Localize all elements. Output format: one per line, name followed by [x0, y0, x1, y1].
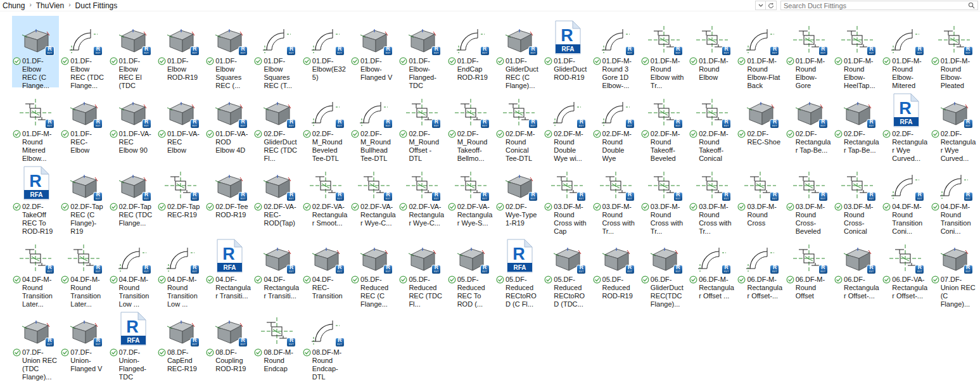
- file-tile[interactable]: RRVT 05.DF-Reduced REC To ROD (...: [447, 234, 494, 306]
- file-thumbnail: RRVT: [160, 308, 201, 346]
- file-tile[interactable]: RRVT 04.DF-M-Round Transition Coni...: [882, 162, 929, 233]
- file-tile[interactable]: RRVT 08.DF-CapEnd REC-R19: [157, 307, 204, 379]
- refresh-button[interactable]: [766, 1, 777, 10]
- file-tile[interactable]: RRVT 02.DF-M_Round Takeoff-Bellmo...: [447, 89, 494, 160]
- file-tile[interactable]: RRVT 04.DF-Rectangular Transiti...: [253, 234, 300, 306]
- file-tile[interactable]: RRVT 08.DF-M-Round Endcap: [253, 307, 300, 379]
- file-tile[interactable]: RRVT 02.DF-Rectangular Tap-Be...: [786, 89, 832, 160]
- file-tile[interactable]: RRVT 01.DF-M-Round Elbow-Mitered: [882, 16, 929, 87]
- file-tile[interactable]: R RFA 02.DF-TakeOff REC To ROD-R19: [12, 162, 59, 233]
- file-tile[interactable]: RRVT 01.DF-Elbow Squares REC (T...: [253, 16, 300, 87]
- breadcrumb-item[interactable]: Duct Fittings: [75, 1, 118, 10]
- file-tile[interactable]: RRVT 01.DF-REC-Elbow: [60, 89, 107, 160]
- file-tile[interactable]: RRVT 01.DF-GliderDuct REC (C Flange)...: [495, 16, 542, 87]
- file-tile[interactable]: RRVT 07.DF-Union-Flanged V: [60, 307, 107, 379]
- search-icon[interactable]: [968, 2, 975, 9]
- file-tile[interactable]: RRVT 02.DF-GliderDuct REC (TDC Fl...: [253, 89, 300, 160]
- file-tile[interactable]: RRVT 05.DF-Reduced REC (TDC Fl...: [398, 234, 445, 306]
- address-dropdown-button[interactable]: [755, 1, 766, 10]
- file-tile[interactable]: RRVT 01.DF-VA-ROD Elbow 4D: [205, 89, 252, 160]
- file-tile[interactable]: RRVT 01.DF-M-Round Elbow with Tr...: [640, 16, 687, 87]
- file-tile[interactable]: RRVT 03.DF-M-Round Cross with Tr...: [689, 162, 735, 233]
- file-tile[interactable]: RRVT 06.DF-GliderDuctREC(TDC Flange)...: [640, 234, 687, 306]
- file-tile[interactable]: RRVT 01.DF-Elbow REC El (TDC Flange...: [109, 16, 156, 87]
- file-tile[interactable]: RRVT 01.DF-Elbow-Flanged V: [350, 16, 397, 87]
- file-tile[interactable]: RRVT 06.DF-M-Round Offset: [786, 234, 832, 306]
- file-tile[interactable]: RRVT 08.DF-M-Round Endcap-DTL: [302, 307, 349, 379]
- file-tile[interactable]: RRVT 02.DF-M_Round Bullhead Tee-DTL: [350, 89, 397, 160]
- file-tile[interactable]: RRVT 02.DF-M_Round Offset - DTL: [398, 89, 445, 160]
- file-tile[interactable]: RRVT 03.DF-M-Round Cross: [737, 162, 784, 233]
- file-tile[interactable]: R RFA 05.DF-Reduced RECtoROD (C Fl...: [495, 234, 542, 306]
- breadcrumb-item[interactable]: ThuVien: [36, 1, 64, 10]
- file-name: 04.DF-Rectangular Transiti...: [215, 276, 251, 300]
- file-tile[interactable]: RRVT 01.DF-M-Round Elbow-Pleated: [931, 16, 977, 87]
- file-tile[interactable]: RRVT 02.DF-VA-Rectangular Wye-S...: [447, 162, 494, 233]
- file-tile[interactable]: RRVT 02.DF-REC-Shoe: [737, 89, 784, 160]
- breadcrumb-chevron-icon[interactable]: ›: [68, 1, 70, 8]
- file-tile[interactable]: RRVT 04.DF-M-Round Transition Coni...: [931, 162, 977, 233]
- file-tile[interactable]: RRVT 01.DF-Elbow-Flanged-TDC: [398, 16, 445, 87]
- file-tile[interactable]: RRVT 02.DF-M-Round Double Wye wi...: [544, 89, 590, 160]
- file-name: 06.DF-GliderDuctREC(TDC Flange)...: [651, 276, 686, 308]
- file-tile[interactable]: RRVT 02.DF-Wye-Type 1-R19: [495, 162, 542, 233]
- file-tile[interactable]: RRVT 02.DF-VA-Rectangular Wye-C...: [398, 162, 445, 233]
- file-tile[interactable]: RRVT 01.DF-VA-REC Elbow: [157, 89, 204, 160]
- file-tile[interactable]: RRVT 01.DF-EndCap ROD-R19: [447, 16, 494, 87]
- file-tile[interactable]: R RFA 07.DF-Union-Flanged-TDC: [109, 307, 156, 379]
- file-tile[interactable]: RRVT 02.DF-VA-Rectangular Wye-C...: [350, 162, 397, 233]
- search-box[interactable]: [780, 1, 978, 10]
- file-tile[interactable]: RRVT 03.DF-M-Round Cross with Tr...: [592, 162, 639, 233]
- file-tile[interactable]: RRVT 02.DF-VA-Rectangular Smoot...: [302, 162, 349, 233]
- file-tile[interactable]: RRVT 01.DF-Elbow(E325): [302, 16, 349, 87]
- file-tile[interactable]: RRVT 06.DF-M-Rectangular Offset-...: [737, 234, 784, 306]
- file-tile[interactable]: RRVT 01.DF-M-Round Elbow: [689, 16, 735, 87]
- file-tile[interactable]: RRVT 01.DF-M-Round Elbow-Gore: [786, 16, 832, 87]
- file-tile[interactable]: RRVT 01.DF-Elbow Squares REC (...: [205, 16, 252, 87]
- file-tile[interactable]: RRVT 04.DF-M-Round Transition Low ...: [109, 234, 156, 306]
- file-tile[interactable]: RRVT 07.DF-Union REC (TDC Flange)...: [12, 307, 59, 379]
- file-tile[interactable]: R RFA 04.DF-Rectangular Transiti...: [205, 234, 252, 306]
- file-tile[interactable]: RRVT 02.DF-M-Round Conical Tee-DTL: [495, 89, 542, 160]
- file-tile[interactable]: RRVT 02.DF-Tap REC (C Flange)-R19: [60, 162, 107, 233]
- file-tile[interactable]: RRVT 06.DF-VA-Rectangular Offset-...: [882, 234, 929, 306]
- file-tile[interactable]: RRVT 01.DF-M-Round Elbow-HeelTap...: [834, 16, 881, 87]
- file-tile[interactable]: R RFA 01.DF-GliderDuct ROD-R19: [544, 16, 590, 87]
- file-tile[interactable]: RRVT 02.DF-M-Round Takeoff-Conical: [689, 89, 735, 160]
- file-tile[interactable]: RRVT 02.DF-Tee ROD-R19: [205, 162, 252, 233]
- file-tile[interactable]: RRVT 03.DF-M-Round Cross-Beveled: [786, 162, 832, 233]
- file-tile[interactable]: RRVT 02.DF-M-Round Double Wye: [592, 89, 639, 160]
- file-tile[interactable]: RRVT 01.DF-Elbow REC (TDC Flange...: [60, 16, 107, 87]
- file-tile[interactable]: RRVT 07.DF-Union REC (C Flange)...: [931, 234, 977, 306]
- file-tile[interactable]: RRVT 02.DF-Rectangular Tap-Be...: [834, 89, 881, 160]
- file-tile[interactable]: R RFA 02.DF-Rectangular Wye Curved...: [882, 89, 929, 160]
- file-tile[interactable]: RRVT 02.DF-Tap REC-R19: [157, 162, 204, 233]
- file-tile[interactable]: RRVT 02.DF-VA-REC-ROD(Tap): [253, 162, 300, 233]
- file-tile[interactable]: RRVT 02.DF-Rectangular Wye Curved...: [931, 89, 977, 160]
- file-tile[interactable]: RRVT 01.DF-Elbow ROD-R19: [157, 16, 204, 87]
- search-input[interactable]: [784, 2, 968, 10]
- file-tile[interactable]: RRVT 04.DF-M-Round Transition Later...: [60, 234, 107, 306]
- file-tile[interactable]: RRVT 03.DF-M-Round Cross with Tr...: [640, 162, 687, 233]
- file-tile[interactable]: RRVT 03.DF-M-Round Cross-Conical: [834, 162, 881, 233]
- file-tile[interactable]: RRVT 01.DF-M-Round 3 Gore 1D Elbow-...: [592, 16, 639, 87]
- file-tile[interactable]: RRVT 02.DF-Tap REC (TDC Flange...: [109, 162, 156, 233]
- file-tile[interactable]: RRVT 02.DF-M_Round Beveled Tee-DTL: [302, 89, 349, 160]
- file-tile[interactable]: RRVT 02.DF-M-Round Takeoff-Beveled: [640, 89, 687, 160]
- file-tile[interactable]: RRVT 06.DF-M-Rectangular Offset ...: [689, 234, 735, 306]
- file-tile[interactable]: RRVT 01.DF-VA-REC Elbow 90: [109, 89, 156, 160]
- file-tile[interactable]: RRVT 05.DF-Reduced REC (C Flange...: [350, 234, 397, 306]
- breadcrumb-item[interactable]: Chung: [3, 1, 25, 10]
- file-tile[interactable]: RRVT 01.DF-M-Round Mitered Elbow...: [12, 89, 59, 160]
- file-tile[interactable]: RRVT 04.DF-M-Round Transition Later...: [12, 234, 59, 306]
- file-tile[interactable]: RRVT 05.DF-Reduced ROD-R19: [592, 234, 639, 306]
- file-tile[interactable]: RRVT 08.DF-Coupling ROD-R19: [205, 307, 252, 379]
- file-tile[interactable]: RRVT 04.DF-M-Round Transition Low ...: [157, 234, 204, 306]
- file-tile[interactable]: RRVT 01.DF-M-Round Elbow-Flat Back: [737, 16, 784, 87]
- breadcrumb-chevron-icon[interactable]: ›: [29, 1, 31, 8]
- file-tile[interactable]: RRVT 01.DF-Elbow REC (C Flange...: [12, 16, 59, 87]
- file-tile[interactable]: RRVT 04.DF-REC-Transition: [302, 234, 349, 306]
- file-tile[interactable]: RRVT 06.DF-Rectangular Offset-...: [834, 234, 881, 306]
- file-tile[interactable]: RRVT 03.DF-M-Round Cross with Cap: [544, 162, 590, 233]
- file-tile[interactable]: RRVT 05.DF-Reduced RECtoROD (TDC...: [544, 234, 590, 306]
